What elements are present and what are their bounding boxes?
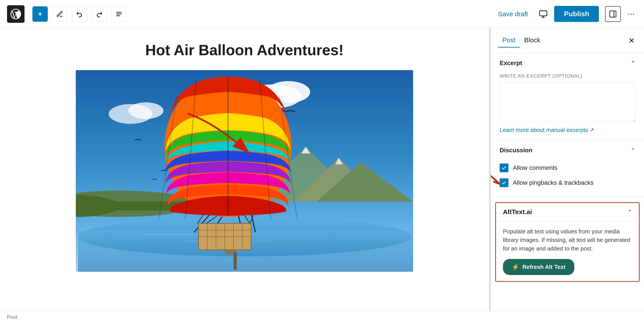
allow-comments-checkbox[interactable] [500, 164, 508, 172]
sidebar-header: Post Block ✕ [491, 28, 644, 53]
redo-button[interactable] [92, 6, 107, 22]
alttext-section: AltText.ai ⌃ Populate alt text using val… [495, 202, 640, 282]
undo-button[interactable] [72, 6, 87, 22]
allow-comments-label: Allow comments [513, 164, 558, 171]
alttext-description: Populate alt text using values from your… [503, 227, 632, 253]
sidebar-toggle-button[interactable] [605, 6, 621, 22]
more-options-button[interactable]: ⋯ [625, 8, 637, 20]
excerpt-section-body: WRITE AN EXCERPT (OPTIONAL) Learn more a… [491, 73, 644, 140]
save-draft-button[interactable]: Save draft [494, 8, 532, 20]
sidebar-close-button[interactable]: ✕ [626, 35, 637, 46]
editor: Hot Air Balloon Adventures! [0, 28, 489, 311]
svg-rect-28 [234, 252, 237, 270]
refresh-alt-text-button[interactable]: ⚡ Refresh Alt Text [503, 259, 574, 275]
status-bar: Post [0, 311, 644, 323]
excerpt-learn-more-link[interactable]: Learn more about manual excerpts ↗ [500, 127, 635, 134]
discussion-section-header[interactable]: Discussion ⌃ [491, 140, 644, 160]
document-overview-button[interactable] [111, 6, 126, 22]
main-area: Hot Air Balloon Adventures! [0, 28, 644, 311]
alttext-section-body: Populate alt text using values from your… [496, 221, 639, 281]
svg-point-13 [128, 102, 164, 119]
allow-pingbacks-label: Allow pingbacks & trackbacks [513, 179, 594, 186]
post-title[interactable]: Hot Air Balloon Adventures! [18, 41, 472, 59]
pen-tool-button[interactable] [52, 6, 68, 22]
post-image-container[interactable] [18, 70, 472, 272]
refresh-alt-text-label: Refresh Alt Text [522, 264, 566, 270]
discussion-section-body: Allow comments Allow pingbacks & trackba… [491, 160, 644, 197]
alttext-section-title: AltText.ai [503, 208, 532, 216]
tab-post[interactable]: Post [498, 33, 520, 48]
excerpt-textarea[interactable] [500, 82, 635, 122]
status-text: Post [7, 314, 18, 320]
publish-button[interactable]: Publish [554, 6, 599, 22]
add-block-button[interactable]: + [32, 6, 48, 22]
view-button[interactable] [537, 8, 550, 20]
svg-rect-6 [610, 11, 616, 17]
allow-pingbacks-row: Allow pingbacks & trackbacks [500, 175, 635, 190]
excerpt-chevron-icon: ⌃ [631, 60, 635, 66]
excerpt-section-title: Excerpt [500, 60, 522, 66]
toolbar: + Save draft Publish ⋯ [0, 0, 644, 28]
excerpt-section: Excerpt ⌃ WRITE AN EXCERPT (OPTIONAL) Le… [491, 53, 644, 140]
alttext-chevron-icon: ⌃ [628, 209, 632, 215]
discussion-chevron-icon: ⌃ [631, 147, 635, 154]
excerpt-section-header[interactable]: Excerpt ⌃ [491, 53, 644, 73]
allow-pingbacks-checkbox[interactable] [500, 178, 508, 187]
allow-comments-row: Allow comments [500, 160, 635, 175]
post-image[interactable] [76, 70, 413, 272]
lightning-icon: ⚡ [512, 264, 519, 271]
discussion-section-title: Discussion [500, 147, 532, 154]
discussion-section: Discussion ⌃ Allow comments [491, 140, 644, 197]
alttext-section-header[interactable]: AltText.ai ⌃ [496, 203, 639, 221]
scroll-divider [489, 28, 491, 311]
excerpt-label: WRITE AN EXCERPT (OPTIONAL) [500, 73, 635, 79]
wordpress-logo[interactable] [7, 5, 24, 23]
tab-block[interactable]: Block [520, 33, 544, 48]
svg-rect-3 [540, 11, 547, 16]
sidebar: Post Block ✕ Excerpt ⌃ WRITE AN EXCERPT … [491, 28, 644, 311]
